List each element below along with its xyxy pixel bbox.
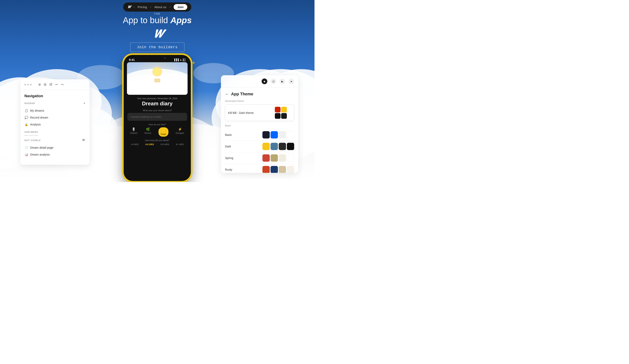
dream-analysis-icon: 📊 [24, 153, 28, 156]
rusty-color-3 [279, 166, 286, 173]
navbar-add-icon[interactable]: + [83, 102, 85, 105]
dark-color-2 [271, 143, 278, 150]
theme-item-spring[interactable]: Spring [225, 152, 294, 164]
feel-option-fresh[interactable]: ⚡ Fresh [158, 127, 169, 137]
nav-item-my-dreams[interactable]: 📋 My dreams [24, 107, 85, 114]
record-dream-icon: 💭 [24, 116, 28, 119]
sleep-option-lt4[interactable]: <4 HRS [131, 143, 139, 146]
basic-color-4 [287, 131, 294, 138]
navbar: 𝙒 Pricing About us Join [123, 2, 191, 11]
sleep-option-6-8[interactable]: 6-8 HRS [160, 143, 169, 146]
phone-hero-image-inner [127, 62, 187, 95]
basic-color-1 [262, 131, 270, 138]
rusty-color-2 [271, 166, 278, 173]
hero-the-label: THE [123, 12, 192, 15]
theme-rusty-label: Rusty [225, 168, 232, 171]
phone-mockup: 9:41 ▐▐▐ ▲ ▌ [124, 55, 191, 181]
navbar-join-button[interactable]: Join [174, 4, 187, 10]
phone-sleep-options: <4 HRS 4-6 HRS 6-8 HRS 8+ HRS [125, 143, 190, 146]
feel-option-normal[interactable]: 🌿 Normal [145, 127, 151, 137]
generated-theme-colors [275, 107, 291, 119]
gen-color-2 [281, 107, 287, 113]
nav-link-about[interactable]: About us [154, 5, 166, 9]
nav-item-record-dream-label: Record dream [30, 116, 48, 119]
gen-color-1 [275, 107, 281, 113]
toolbar-redo-icon[interactable]: ↪ [61, 83, 63, 86]
toolbar-stop-icon[interactable]: ■ [262, 79, 267, 84]
left-panel-navigation: ⊕ ⊞ @ ↩ ↪ Navigation NAVBAR + 📋 My dream… [20, 79, 90, 165]
normal-icon: 🌿 [146, 127, 150, 131]
spring-color-4 [287, 154, 294, 162]
phone-question-1: What was your dream about? [125, 109, 190, 112]
generated-theme-label: Generated theme [225, 100, 294, 103]
energetic-icon: ⚡ [178, 127, 182, 131]
nav-dot-1 [134, 7, 135, 7]
navbar-section-label: NAVBAR + [24, 102, 85, 105]
fresh-icon: ⚡ [161, 128, 165, 132]
phone-notch [147, 56, 167, 60]
phone-dream-input[interactable]: I started walking on a field... [127, 113, 187, 121]
nav-dot-3 [170, 7, 170, 7]
phone-feel-options: 🪫 Drained 🌿 Normal ⚡ Fresh ⚡ Energetic [125, 127, 190, 137]
basic-color-3 [279, 131, 286, 138]
phone-inner: 9:41 ▐▐▐ ▲ ▌ [125, 56, 190, 180]
phone-time: 9:41 [129, 58, 135, 61]
hero-logo: 𝙒 [123, 27, 192, 40]
phone-diary-title: Dream diary [125, 101, 190, 107]
toolbar-at-icon[interactable]: @ [49, 83, 52, 86]
phone-status-bar: 9:41 ▐▐▐ ▲ ▌ [125, 56, 190, 62]
nav-item-analysis[interactable]: 🔒 Analysis [24, 121, 85, 128]
generated-theme-box[interactable]: Kill Bill - Dark theme [225, 105, 294, 121]
theme-back-button[interactable]: ← [225, 92, 229, 96]
svg-point-26 [154, 68, 161, 75]
phone-sleep-question: How long did you sleep? [125, 139, 190, 141]
theme-item-basic[interactable]: Basic [225, 129, 294, 141]
basic-colors [262, 131, 294, 138]
feel-option-drained[interactable]: 🪫 Drained [130, 127, 137, 137]
nav-item-record-dream[interactable]: 💭 Record dream [24, 114, 85, 121]
feel-option-energetic[interactable]: ⚡ Energetic [176, 127, 184, 137]
right-panel-toolbar: ■ ⊡ ▶ ➤ [221, 75, 298, 88]
hero-title: App to build Apps [123, 16, 192, 25]
feel-label-fresh: Fresh [161, 133, 166, 135]
spring-colors [262, 154, 294, 162]
sleep-option-4-6[interactable]: 4-6 HRS [145, 143, 154, 146]
hero-title-bold: Apps [170, 15, 192, 25]
basic-section-label: Basic [225, 124, 294, 127]
not-visible-toggle[interactable]: 👁 [82, 138, 85, 142]
rusty-color-4 [287, 166, 294, 173]
phone-status-icons: ▐▐▐ ▲ ▌ [173, 58, 185, 61]
nav-item-dream-detail-label: Dream detail page [30, 146, 53, 149]
toolbar-compass-icon[interactable]: ⊕ [38, 83, 41, 86]
feel-label-energetic: Energetic [176, 132, 184, 134]
hero-title-start: App to build [123, 15, 168, 25]
theme-item-dark[interactable]: Dark [225, 141, 294, 152]
nav-item-dream-analysis[interactable]: 📊 Dream analysis [24, 151, 85, 158]
dark-color-3 [279, 143, 286, 150]
dream-detail-icon: 📄 [24, 146, 28, 149]
phone-feel-question: How do you feel? [125, 123, 190, 126]
dark-colors [262, 143, 294, 150]
theme-dark-label: Dark [225, 145, 231, 148]
spring-color-3 [279, 154, 286, 162]
phone-camera [164, 57, 166, 59]
toolbar-send-icon[interactable]: ➤ [289, 79, 294, 84]
nav-item-my-dreams-label: My dreams [30, 109, 44, 112]
hero-cta-button[interactable]: Join the builders [130, 42, 184, 52]
nav-item-dream-detail[interactable]: 📄 Dream detail page [24, 144, 85, 151]
right-panel-theme: ■ ⊡ ▶ ➤ ← App Theme Generated theme Kill… [221, 75, 298, 173]
dark-color-4 [287, 143, 294, 150]
toolbar-monitor-icon[interactable]: ⊡ [271, 79, 276, 84]
theme-item-rusty[interactable]: Rusty [225, 164, 294, 173]
toolbar-play-icon[interactable]: ▶ [280, 79, 285, 84]
theme-title: App Theme [231, 92, 253, 96]
toolbar-layers-icon[interactable]: ⊞ [44, 83, 46, 86]
nav-item-analysis-label: Analysis [30, 123, 41, 126]
toolbar-icons: ⊕ ⊞ @ ↩ ↪ [38, 83, 63, 86]
toolbar-undo-icon[interactable]: ↩ [55, 83, 58, 86]
gen-color-3 [275, 113, 281, 119]
nav-link-pricing[interactable]: Pricing [138, 5, 147, 9]
basic-color-2 [271, 131, 278, 138]
sleep-option-8plus[interactable]: 8+ HRS [176, 143, 184, 146]
rusty-color-1 [262, 166, 270, 173]
